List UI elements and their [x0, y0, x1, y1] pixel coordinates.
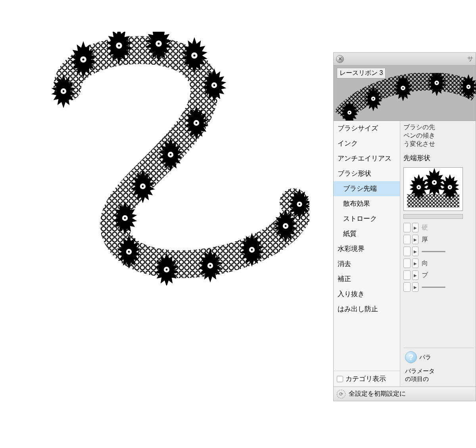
tip-shape-scrollbar[interactable]	[403, 214, 463, 219]
category-item[interactable]: ブラシサイズ	[334, 121, 400, 136]
slider-track[interactable]	[422, 251, 445, 252]
slider-label: ブ	[422, 271, 428, 280]
category-item[interactable]: 入り抜き	[334, 287, 400, 302]
brush-stroke-preview	[40, 32, 309, 285]
category-item[interactable]: 紙質	[334, 226, 400, 241]
category-item[interactable]: 補正	[334, 272, 400, 287]
detail-description: ブラシの先 ペンの傾き う変化させ	[403, 123, 474, 148]
slider-checkbox[interactable]	[403, 282, 411, 292]
slider-label: 厚	[422, 235, 428, 244]
slider-label: 硬	[422, 224, 428, 232]
expand-icon[interactable]: ▶	[412, 247, 418, 256]
category-item[interactable]: ブラシ先端	[334, 181, 400, 196]
help-title: パラ	[419, 353, 431, 361]
help-icon[interactable]: ?	[405, 351, 417, 363]
category-toggle-checkbox[interactable]	[337, 376, 343, 382]
brush-preview-stroke	[334, 73, 476, 121]
slider-checkbox[interactable]	[403, 235, 411, 244]
category-item[interactable]: はみ出し防止	[334, 302, 400, 317]
tip-shape-label: 先端形状	[403, 153, 474, 163]
slider-row: ▶向	[403, 258, 474, 268]
slider-checkbox[interactable]	[403, 247, 411, 256]
tip-shape-thumbnail[interactable]	[403, 167, 463, 211]
expand-icon[interactable]: ▶	[412, 258, 418, 268]
category-list: ブラシサイズインクアンチエイリアスブラシ形状ブラシ先端散布効果ストローク紙質水彩…	[334, 121, 400, 387]
brush-settings-panel: ✕ サ レースリボン 3 ブラシサイズインクアンチエイリアスブラシ形状ブラシ先端…	[333, 52, 476, 401]
help-body-1: パラメータ	[405, 367, 472, 375]
slider-row: ▶ブ	[403, 270, 474, 280]
slider-row: ▶硬	[403, 223, 474, 232]
slider-label: 向	[422, 259, 428, 268]
brush-preview-area: レースリボン 3	[334, 65, 476, 121]
category-item[interactable]: ブラシ形状	[334, 166, 400, 181]
slider-track[interactable]	[422, 287, 445, 288]
canvas-area[interactable]	[0, 0, 333, 448]
tip-shape-icon	[404, 168, 463, 211]
slider-checkbox[interactable]	[403, 270, 411, 280]
panel-titlebar[interactable]: ✕ サ	[334, 53, 476, 65]
slider-checkbox[interactable]	[403, 223, 411, 232]
detail-pane: ブラシの先 ペンの傾き う変化させ 先端形状 ▶硬▶厚▶▶向▶ブ▶	[400, 121, 476, 387]
reset-icon[interactable]: ⟳	[337, 390, 345, 398]
category-item[interactable]: 散布効果	[334, 196, 400, 211]
slider-checkbox[interactable]	[403, 258, 411, 268]
expand-icon[interactable]: ▶	[412, 223, 418, 232]
category-item[interactable]: 消去	[334, 257, 400, 272]
close-icon: ✕	[338, 56, 342, 61]
category-item[interactable]: インク	[334, 136, 400, 151]
category-toggle-label: カテゴリ表示	[345, 374, 386, 383]
category-item[interactable]: アンチエイリアス	[334, 151, 400, 166]
slider-row: ▶	[403, 282, 474, 292]
slider-row: ▶	[403, 247, 474, 256]
reset-label[interactable]: 全設定を初期設定に	[349, 390, 406, 398]
slider-row: ▶厚	[403, 235, 474, 244]
category-item[interactable]: ストローク	[334, 211, 400, 226]
category-item[interactable]: 水彩境界	[334, 241, 400, 257]
help-body-2: の項目の	[405, 375, 472, 383]
panel-footer: ⟳ 全設定を初期設定に	[334, 387, 476, 401]
category-toggle-row: カテゴリ表示	[334, 371, 400, 387]
expand-icon[interactable]: ▶	[412, 282, 418, 292]
expand-icon[interactable]: ▶	[412, 270, 418, 280]
panel-title-hint: サ	[467, 55, 473, 63]
close-button[interactable]: ✕	[336, 55, 344, 63]
help-block: ? パラ	[403, 348, 474, 365]
expand-icon[interactable]: ▶	[412, 235, 418, 244]
